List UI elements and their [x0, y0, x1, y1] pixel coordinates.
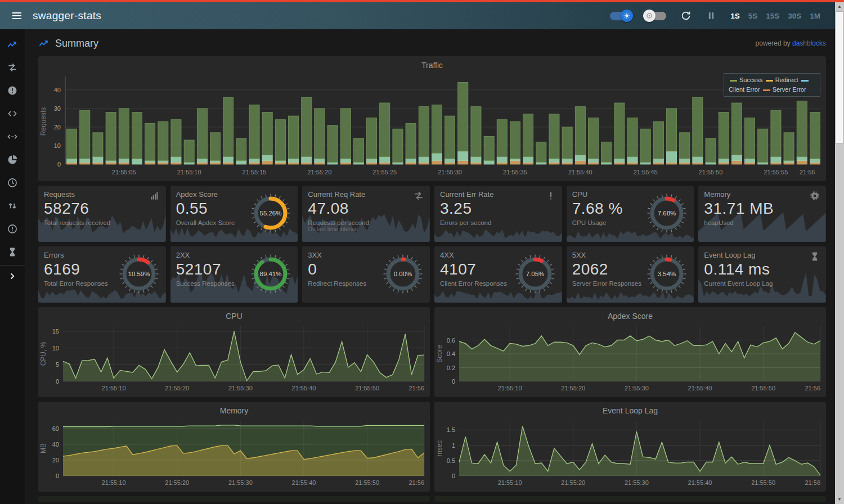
svg-text:21:55:30: 21:55:30	[438, 169, 462, 176]
sidebar-item-api[interactable]	[0, 125, 25, 148]
svg-text:21:55:30: 21:55:30	[228, 479, 253, 486]
apdex-panel: Apdex Score 21:55:1021:55:2021:55:3021:5…	[434, 307, 826, 397]
menu-icon[interactable]	[10, 9, 24, 22]
cpu-panel: CPU 21:55:1021:55:2021:55:3021:55:4021:5…	[38, 307, 430, 397]
page-title: Summary	[55, 38, 98, 50]
interval-1s[interactable]: 1S	[730, 12, 740, 20]
memory-panel: Memory 21:55:1021:55:2021:55:3021:55:402…	[38, 402, 430, 492]
api-icon	[7, 131, 18, 142]
powered-by: powered by dashblocks	[756, 39, 826, 47]
code-icon	[7, 108, 18, 119]
pause-icon[interactable]	[706, 10, 717, 21]
card-subtitle: Errors per second	[440, 219, 556, 226]
stat-card-current-req-rate: Current Req Rate47.08Requests per second…	[302, 186, 430, 242]
sidebar-item-code[interactable]	[0, 102, 25, 125]
traffic-panel: Traffic Success Redirect Client Error Se…	[38, 56, 826, 181]
stat-card-apdex-score: Apdex Score0.55Overall Apdex Score55.26%	[170, 186, 298, 242]
svg-text:21:56: 21:56	[800, 169, 815, 176]
svg-text:21:55:50: 21:55:50	[699, 169, 723, 176]
svg-text:1: 1	[452, 442, 455, 449]
refresh-icon[interactable]	[680, 10, 692, 22]
gauge-value: 10.59%	[128, 271, 150, 277]
svg-text:21:55:20: 21:55:20	[165, 385, 189, 392]
card-value: 3.25	[440, 200, 556, 218]
card-value: 31.71 MB	[704, 200, 820, 218]
svg-text:40: 40	[54, 87, 61, 93]
card-subtitle: Requests per second	[308, 219, 424, 226]
gauge: 7.68%	[642, 188, 692, 238]
gauge-cpu: 7.68%	[642, 188, 692, 240]
card-note: On last time interval	[308, 226, 424, 232]
vertical-scrollbar[interactable]: ▲ ▼	[835, 2, 844, 504]
gauge: 3.54%	[642, 249, 692, 299]
sidebar-item-trending-up[interactable]	[0, 33, 25, 56]
interval-30s[interactable]: 30S	[788, 12, 801, 20]
scroll-up-button[interactable]: ▲	[835, 2, 844, 11]
app-title: swagger-stats	[33, 10, 101, 22]
cpu-chart: 21:55:1021:55:2021:55:3021:55:4021:55:50…	[38, 322, 430, 394]
brightness-icon	[623, 12, 630, 19]
svg-text:21:55:25: 21:55:25	[372, 169, 397, 176]
stat-card-2xx: 2XX52107Success Responses89.41%	[170, 246, 298, 303]
legend-swatch	[801, 80, 809, 82]
svg-text:1.5: 1.5	[447, 426, 455, 433]
svg-text:0: 0	[57, 161, 61, 168]
dashblocks-link[interactable]: dashblocks	[792, 39, 826, 47]
stat-card-errors: Errors6169Total Error Responses10.59%	[38, 246, 166, 303]
sidebar-item-pie-chart[interactable]	[0, 148, 25, 171]
svg-text:10: 10	[52, 345, 59, 352]
interval-15s[interactable]: 15S	[766, 12, 779, 20]
sidebar-item-swap-horizontal[interactable]	[0, 56, 25, 79]
stat-card-5xx: 5XX2062Server Error Responses3.54%	[567, 246, 694, 303]
apdex-chart: 21:55:1021:55:2021:55:3021:55:4021:55:50…	[434, 322, 826, 394]
interval-1m[interactable]: 1M	[810, 12, 820, 20]
legend-label: Success	[739, 76, 763, 83]
svg-text:21:55:20: 21:55:20	[307, 169, 331, 176]
card-title: Requests	[44, 190, 160, 199]
page-header: Summary powered by dashblocks	[38, 29, 826, 55]
svg-text:21:55:50: 21:55:50	[751, 479, 775, 486]
event-loop-lag-panel: Event Loop Lag 21:55:1021:55:2021:55:302…	[434, 402, 826, 492]
scrollbar-thumb[interactable]	[836, 11, 843, 143]
charts-grid: CPU 21:55:1021:55:2021:55:3021:55:4021:5…	[38, 307, 826, 492]
gauge-4xx: 7.05%	[510, 249, 560, 301]
swap-horizontal-icon	[7, 62, 18, 73]
trending-up-icon	[7, 39, 18, 50]
interval-5s[interactable]: 5S	[748, 12, 758, 20]
sidebar-item-hourglass[interactable]	[0, 240, 25, 263]
sidebar-item-clock[interactable]	[0, 171, 25, 194]
top-progress-line	[0, 0, 844, 2]
stat-cards-row-2: Errors6169Total Error Responses10.59%2XX…	[38, 246, 826, 303]
legend-item: Server Error	[762, 86, 806, 93]
main-content: Summary powered by dashblocks Traffic Su…	[25, 29, 835, 504]
svg-text:40: 40	[52, 441, 59, 448]
sidebar-collapse-button[interactable]	[0, 266, 25, 287]
svg-text:0.5: 0.5	[447, 457, 455, 464]
sparkline	[434, 227, 562, 242]
theme-toggle[interactable]	[610, 12, 631, 20]
legend-swatch	[730, 80, 737, 82]
svg-text:0: 0	[56, 378, 59, 385]
error-filled-icon	[7, 85, 18, 96]
memory-chart: 21:55:1021:55:2021:55:3021:55:4021:55:50…	[38, 416, 430, 488]
sidebar-item-error-filled[interactable]	[0, 79, 25, 102]
sidebar-item-error-outline[interactable]	[0, 217, 25, 240]
svg-text:21:55:05: 21:55:05	[112, 169, 136, 176]
card-subtitle: Total requests received	[44, 219, 160, 226]
svg-text:21:55:10: 21:55:10	[498, 479, 522, 486]
refresh-interval-selector: 1S5S15S30S1M	[730, 12, 820, 20]
svg-text:Score: Score	[436, 345, 443, 363]
svg-text:5: 5	[56, 361, 59, 368]
gauge-value: 55.26%	[260, 210, 282, 217]
card-title: Current Err Rate	[440, 190, 556, 199]
secondary-toggle[interactable]	[645, 12, 666, 20]
scroll-down-button[interactable]: ▼	[835, 495, 844, 504]
svg-text:21:55:40: 21:55:40	[568, 169, 592, 176]
sidebar-item-import-export[interactable]	[0, 194, 25, 217]
svg-text:0.6: 0.6	[447, 337, 455, 344]
legend-item: Success	[729, 76, 765, 83]
card-title: Current Req Rate	[308, 190, 424, 199]
svg-text:21:55:30: 21:55:30	[228, 385, 253, 392]
stat-card-cpu: CPU7.68 %CPU Usage7.68%	[567, 186, 694, 242]
card-title: Memory	[704, 190, 820, 199]
